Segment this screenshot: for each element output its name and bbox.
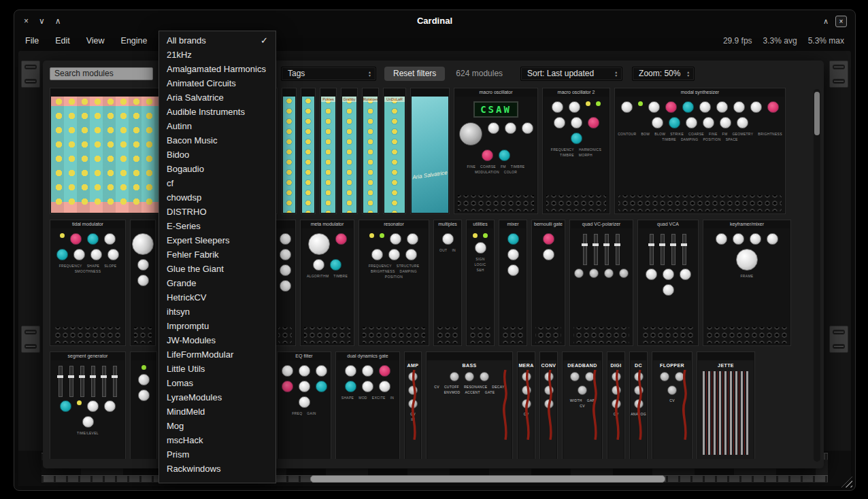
module-card[interactable]: resonatorFREQUENCYSTRUCTUREBRIGHTNESSDAM… [358, 220, 429, 346]
module-card[interactable]: JETTE [697, 351, 755, 459]
module-card[interactable] [274, 220, 296, 346]
module-card[interactable]: DCANALOG [629, 351, 648, 459]
module-card[interactable]: tidal modulatorFREQUENCYSHAPESLOPESMOOTH… [50, 220, 126, 346]
panel-label-row: FRAME [739, 273, 755, 279]
brand-menu-item[interactable]: Expert Sleepers [159, 233, 276, 247]
brand-menu-item[interactable]: HetrickCV [159, 290, 276, 305]
module-card[interactable]: keyframer/mixerFRAME [703, 220, 791, 346]
brand-menu-item[interactable]: Autinn [159, 119, 276, 133]
module-card[interactable] [301, 88, 316, 214]
panel-label-row: SIGNLOGICS&H [468, 256, 493, 273]
brand-menu-item[interactable]: 21kHz [159, 48, 276, 62]
brand-menu-item[interactable]: Bacon Music [159, 133, 276, 148]
brand-menu-item[interactable]: Bidoo [159, 148, 276, 162]
brand-menu-item[interactable]: E-Series [159, 219, 276, 233]
panel-label-row: CV [668, 397, 676, 404]
module-card[interactable]: BASSCVCUTOFFRESONANCEDECAYENVMODACCENTGA… [426, 351, 513, 459]
brand-menu-item[interactable]: LyraeModules [159, 390, 276, 405]
menu-engine[interactable]: Engine [121, 36, 148, 46]
brand-menu-item[interactable]: Aria Salvatrice [159, 90, 276, 105]
knob [407, 233, 418, 245]
module-card[interactable]: CONV [539, 351, 558, 459]
module-card[interactable]: FLOPPERCV [652, 351, 692, 459]
zoom-dropdown[interactable]: Zoom: 50% ▲▼ [632, 67, 695, 81]
brand-menu-item[interactable]: LifeFormModular [159, 347, 276, 362]
module-card[interactable]: quad VC-polarizer [569, 220, 633, 346]
brand-menu-item[interactable]: Fehler Fabrik [159, 247, 276, 262]
module-card[interactable]: dual dynamics gateSHAPEMODEXCITEIN [335, 351, 400, 459]
module-card[interactable]: Pokies [320, 88, 337, 214]
menu-file[interactable]: File [25, 36, 39, 46]
module-card[interactable]: DEADBANDWIDTHGAPCV [562, 351, 603, 459]
brand-menu-item[interactable]: chowdsp [159, 190, 276, 205]
module-card[interactable]: segment generatorTIME/LEVEL [50, 351, 126, 459]
knob-field [572, 266, 631, 280]
brand-menu-item[interactable]: Prism [159, 447, 276, 462]
knob [680, 269, 691, 280]
brand-menu-item[interactable]: Amalgamated Harmonics [159, 62, 276, 76]
brand-menu-item[interactable]: ihtsyn [159, 305, 276, 319]
chevron-up-icon[interactable]: ∧ [55, 16, 61, 26]
brand-menu-item[interactable]: Impromptu [159, 319, 276, 333]
raise-icon[interactable]: ∧ [823, 17, 829, 26]
knob [648, 101, 660, 113]
module-card[interactable] [282, 88, 297, 214]
brand-menu-item-all[interactable]: All brands ✓ [159, 33, 276, 48]
module-card[interactable]: EQ filterFREQGAIN [277, 351, 331, 459]
search-input[interactable] [50, 67, 153, 80]
tags-filter-dropdown[interactable]: Tags ▲▼ [281, 67, 376, 81]
module-card[interactable]: DIGICV [607, 351, 625, 459]
brand-menu-item[interactable]: JW-Modules [159, 333, 276, 347]
menu-view[interactable]: View [86, 36, 105, 46]
panel-label-row: FREQUENCYSTRUCTUREBRIGHTNESSDAMPINGPOSIT… [361, 262, 427, 280]
close-box-icon[interactable]: × [835, 16, 847, 27]
panel-label: STRIKE [670, 132, 684, 136]
brand-menu-item[interactable]: Glue the Giant [159, 262, 276, 276]
module-card[interactable]: AMPCVIN [404, 351, 422, 459]
panel-label-row: OUTIN [438, 247, 457, 254]
panel-label: ACCENT [465, 390, 480, 394]
brand-menu-item[interactable]: Audible Instruments [159, 105, 276, 119]
module-card[interactable]: macro oscillatorCSAWFINECOARSEFMTIMBREMO… [454, 88, 538, 214]
rail-screw-slot [24, 79, 37, 84]
module-card[interactable]: UnDuLaR [383, 88, 406, 214]
horizontal-scrollbar-thumb[interactable] [310, 475, 665, 483]
brand-menu-item[interactable]: DISTRHO [159, 205, 276, 219]
module-card[interactable]: bernoulli gate [531, 220, 565, 346]
close-icon[interactable]: × [24, 16, 29, 26]
module-card[interactable]: Rotatoes [362, 88, 379, 214]
knob [70, 233, 82, 245]
brand-menu-item[interactable]: Mog [159, 419, 276, 433]
brand-menu-item[interactable]: Grande [159, 276, 276, 290]
brand-menu-item[interactable]: Rackwindows [159, 462, 276, 476]
brand-menu-item[interactable]: cf [159, 176, 276, 190]
knob-field [448, 370, 491, 383]
module-card[interactable]: Aria Salvatrice [410, 88, 450, 214]
brand-menu-item[interactable]: MindMeld [159, 405, 276, 419]
vertical-scrollbar-thumb[interactable] [814, 92, 820, 135]
module-card[interactable]: meta modulatorALGORITHMTIMBRE [300, 220, 354, 346]
reset-filters-button[interactable]: Reset filters [384, 67, 445, 81]
module-card[interactable]: Grabby [341, 88, 358, 214]
vertical-scrollbar-track[interactable] [814, 89, 820, 462]
module-card[interactable]: modal synthesizerCONTOURBOWBLOWSTRIKECOA… [614, 88, 786, 214]
module-panel: Grabby [342, 97, 356, 213]
brand-menu-item[interactable]: Little Utils [159, 362, 276, 376]
menu-edit[interactable]: Edit [55, 36, 70, 46]
brand-menu-item[interactable]: Animated Circuits [159, 76, 276, 90]
module-card[interactable]: multiplesOUTIN [433, 220, 462, 346]
brand-menu-item[interactable]: mscHack [159, 433, 276, 447]
module-card[interactable] [130, 220, 156, 346]
chevron-down-icon[interactable]: ∨ [39, 16, 45, 26]
module-card[interactable]: macro oscillator 2FREQUENCYHARMONICSTIMB… [542, 88, 610, 214]
module-card[interactable]: MERACV [517, 351, 535, 459]
knob [280, 233, 291, 245]
brand-menu-item[interactable]: Bogaudio [159, 162, 276, 176]
module-card[interactable]: quad VCA [637, 220, 699, 346]
module-card[interactable]: mixer [499, 220, 527, 346]
module-panel: OUTIN [435, 228, 461, 345]
module-card[interactable]: utilitiesSIGNLOGICS&H [466, 220, 495, 346]
module-card[interactable] [130, 351, 157, 459]
sort-dropdown[interactable]: Sort: Last updated ▲▼ [520, 67, 622, 81]
brand-menu-item[interactable]: Lomas [159, 376, 276, 390]
